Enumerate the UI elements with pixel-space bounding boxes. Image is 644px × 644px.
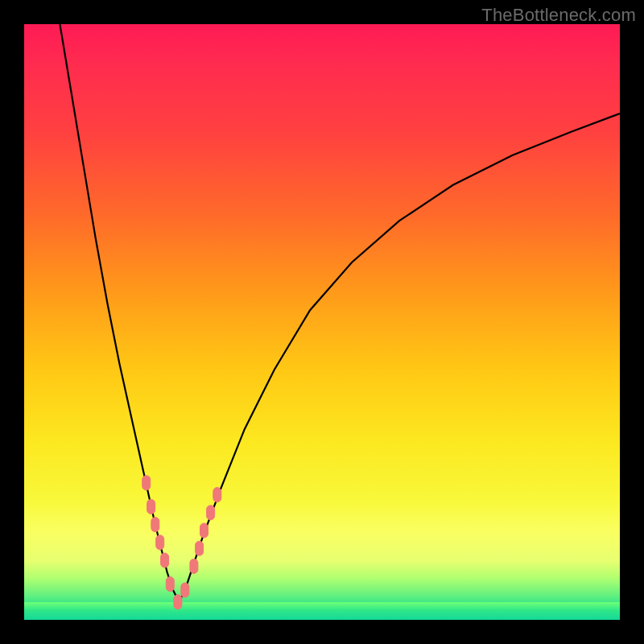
watermark-text: TheBottleneck.com: [481, 5, 636, 26]
marker-7: [181, 583, 189, 597]
marker-4: [161, 553, 169, 568]
marker-group: [142, 476, 221, 609]
marker-3: [156, 535, 164, 550]
chart-svg: [24, 24, 620, 620]
marker-11: [207, 506, 215, 520]
marker-6: [174, 595, 182, 609]
curve-group: [60, 24, 620, 602]
marker-0: [142, 476, 151, 490]
marker-9: [196, 541, 204, 555]
curve-right-branch: [179, 114, 620, 602]
marker-10: [200, 523, 208, 538]
chart-frame: TheBottleneck.com: [0, 0, 644, 644]
marker-2: [151, 518, 159, 532]
marker-5: [166, 577, 174, 592]
marker-8: [190, 559, 198, 573]
marker-1: [147, 499, 155, 514]
marker-12: [213, 488, 221, 502]
curve-left-branch: [60, 24, 179, 602]
plot-area: [24, 24, 620, 620]
